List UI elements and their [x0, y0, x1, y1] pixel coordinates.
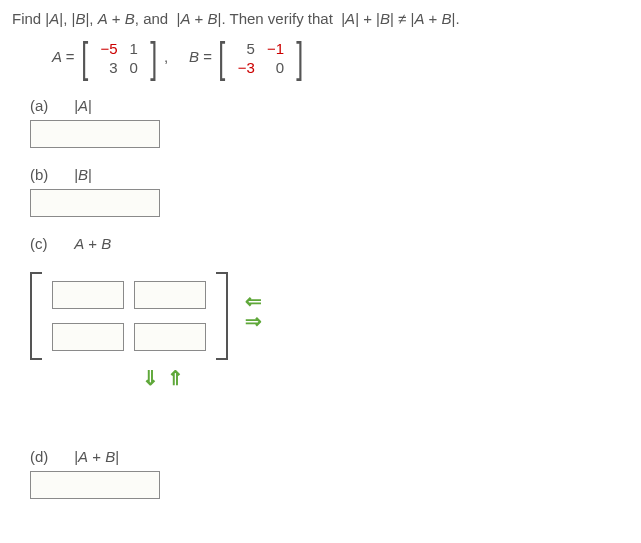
- problem-statement: Find |A|, |B|, A + B, and |A + B|. Then …: [12, 10, 629, 27]
- part-d-input[interactable]: [30, 471, 160, 499]
- part-d: (d) |A + B|: [30, 448, 629, 499]
- part-c-label: (c): [30, 235, 70, 252]
- part-c: (c) A + B ⇐ ⇒ ⇓ ⇑: [30, 235, 629, 388]
- part-d-title: |A + B|: [74, 448, 119, 465]
- right-bracket-icon: [216, 272, 228, 360]
- a-r2c2: 0: [124, 58, 144, 77]
- b-r2c2: 0: [261, 58, 290, 77]
- b-r1c2: −1: [261, 39, 290, 58]
- add-row-icon[interactable]: ⇓: [140, 368, 161, 388]
- c-r2c2-input[interactable]: [134, 323, 206, 351]
- comma: ,: [164, 48, 168, 65]
- a-r1c1: −5: [94, 39, 123, 58]
- part-b-title: |B|: [74, 166, 92, 183]
- a-label: A =: [52, 48, 74, 65]
- b-label: B =: [189, 48, 212, 65]
- matrix-b: 5 −1 −3 0: [232, 39, 290, 77]
- problem-intro-text: Find |A|, |B|, A + B, and |A + B|. Then …: [12, 10, 460, 27]
- part-d-label: (d): [30, 448, 70, 465]
- c-r1c2-input[interactable]: [134, 281, 206, 309]
- add-column-icon[interactable]: ⇒: [243, 311, 264, 331]
- c-r1c1-input[interactable]: [52, 281, 124, 309]
- part-b-input[interactable]: [30, 189, 160, 217]
- matrices-definition: A = [ −5 1 3 0 ] , B = [ 5 −1 −3 0: [52, 37, 629, 79]
- a-r2c1: 3: [94, 58, 123, 77]
- c-r2c1-input[interactable]: [52, 323, 124, 351]
- part-a-title: |A|: [74, 97, 92, 114]
- left-bracket-icon: [30, 272, 42, 360]
- part-c-title: A + B: [74, 235, 111, 252]
- part-b: (b) |B|: [30, 166, 629, 217]
- remove-column-icon[interactable]: ⇐: [243, 291, 264, 311]
- remove-row-icon[interactable]: ⇑: [165, 368, 186, 388]
- part-a-input[interactable]: [30, 120, 160, 148]
- part-b-label: (b): [30, 166, 70, 183]
- part-a-label: (a): [30, 97, 70, 114]
- b-r1c1: 5: [232, 39, 261, 58]
- matrix-a: −5 1 3 0: [94, 39, 143, 77]
- a-r1c2: 1: [124, 39, 144, 58]
- b-r2c1: −3: [232, 58, 261, 77]
- part-a: (a) |A|: [30, 97, 629, 148]
